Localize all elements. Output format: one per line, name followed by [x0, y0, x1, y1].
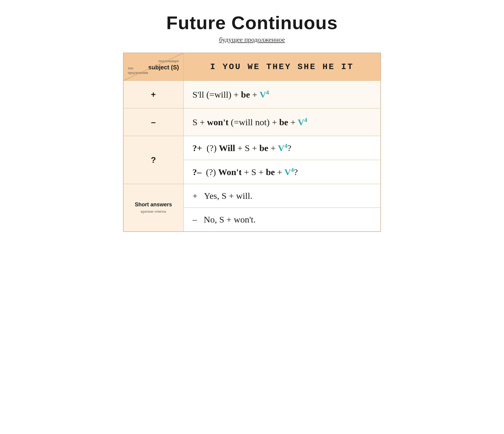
page-subtitle: будущее продолженное	[123, 36, 381, 44]
short-answer-positive: + Yes, S + will.	[184, 184, 381, 208]
header-left-cell: подлежащее subject (S) типпредложения	[123, 53, 183, 81]
negative-type: –	[123, 108, 183, 136]
positive-formula-text: S'll (=will) + be + V4	[193, 90, 269, 99]
short-answer-positive-formula: + Yes, S + will.	[193, 191, 253, 201]
positive-type: +	[123, 81, 183, 108]
short-answer-negative: – No, S + won't.	[184, 208, 381, 231]
short-answers-left-cell: Short answers краткие ответы	[123, 184, 183, 232]
header-top-label: подлежащее	[158, 59, 179, 63]
short-answer-negative-formula: – No, S + won't.	[193, 214, 256, 225]
short-answers-sublabel: краткие ответы	[127, 209, 180, 214]
header-bottom-label: типпредложения	[128, 66, 148, 75]
short-answers-row: Short answers краткие ответы + Yes, S + …	[123, 184, 381, 232]
header-pronouns-cell: I YOU WE THEY SHE HE IT	[183, 53, 381, 81]
question-row: ? ?+ (?) Will + S + be + V4? ?– (?) Won'…	[123, 136, 381, 184]
question-type: ?	[123, 136, 183, 184]
question-formulas: ?+ (?) Will + S + be + V4? ?– (?) Won't …	[183, 136, 381, 184]
question-negative-formula: ?– (?) Won't + S + be + V4?	[193, 167, 298, 177]
page-container: Future Continuous будущее продолженное п…	[123, 12, 381, 232]
header-row: подлежащее subject (S) типпредложения I …	[123, 53, 381, 81]
negative-row: – S + won't (=will not) + be + V4	[123, 108, 381, 136]
short-answers-formulas: + Yes, S + will. – No, S + won't.	[183, 184, 381, 232]
header-subject-label: subject (S)	[148, 64, 179, 71]
question-negative-row: ?– (?) Won't + S + be + V4?	[184, 160, 381, 184]
grammar-table: подлежащее subject (S) типпредложения I …	[123, 53, 381, 232]
positive-row: + S'll (=will) + be + V4	[123, 81, 381, 108]
page-title: Future Continuous	[123, 12, 381, 33]
question-positive-row: ?+ (?) Will + S + be + V4?	[184, 136, 381, 160]
question-positive-formula: ?+ (?) Will + S + be + V4?	[193, 143, 292, 153]
pronouns-list: I YOU WE THEY SHE HE IT	[190, 62, 375, 71]
negative-formula: S + won't (=will not) + be + V4	[183, 108, 381, 136]
negative-formula-text: S + won't (=will not) + be + V4	[193, 117, 307, 127]
short-answers-label: Short answers	[127, 202, 180, 208]
positive-formula: S'll (=will) + be + V4	[183, 81, 381, 108]
